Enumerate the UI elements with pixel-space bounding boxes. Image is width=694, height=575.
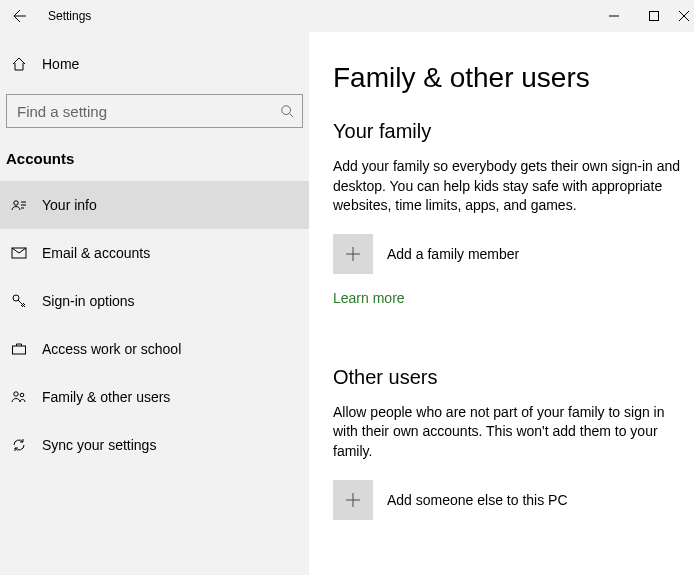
other-users-desc: Allow people who are not part of your fa… <box>333 403 683 462</box>
nav-label: Your info <box>42 197 97 213</box>
nav-email-accounts[interactable]: Email & accounts <box>0 229 309 277</box>
app-title: Settings <box>48 9 91 23</box>
nav-label: Sync your settings <box>42 437 156 453</box>
search-box[interactable] <box>6 94 303 128</box>
titlebar: Settings <box>0 0 694 32</box>
nav-label: Access work or school <box>42 341 181 357</box>
close-button[interactable] <box>674 0 694 32</box>
back-button[interactable] <box>0 0 40 32</box>
maximize-button[interactable] <box>634 0 674 32</box>
nav-label: Family & other users <box>42 389 170 405</box>
add-other-user-button[interactable]: Add someone else to this PC <box>333 480 684 520</box>
home-nav[interactable]: Home <box>0 40 309 88</box>
sidebar: Home Accounts Your info Email & ac <box>0 32 309 575</box>
other-users-heading: Other users <box>333 366 684 389</box>
nav-label: Sign-in options <box>42 293 135 309</box>
svg-point-1 <box>282 106 291 115</box>
key-icon <box>10 293 28 309</box>
close-icon <box>679 11 689 21</box>
svg-rect-5 <box>13 346 26 354</box>
briefcase-icon <box>10 341 28 357</box>
svg-rect-0 <box>650 12 659 21</box>
search-input[interactable] <box>17 103 280 120</box>
nav-label: Email & accounts <box>42 245 150 261</box>
plus-icon <box>333 234 373 274</box>
category-header: Accounts <box>0 138 309 181</box>
content-pane: Family & other users Your family Add you… <box>309 32 694 575</box>
maximize-icon <box>649 11 659 21</box>
plus-icon <box>333 480 373 520</box>
nav-signin-options[interactable]: Sign-in options <box>0 277 309 325</box>
page-title: Family & other users <box>333 62 684 94</box>
learn-more-link[interactable]: Learn more <box>333 290 405 306</box>
email-icon <box>10 245 28 261</box>
svg-point-7 <box>20 393 24 397</box>
your-family-heading: Your family <box>333 120 684 143</box>
sync-icon <box>10 437 28 453</box>
home-label: Home <box>42 56 79 72</box>
minimize-icon <box>609 11 619 21</box>
add-other-user-label: Add someone else to this PC <box>387 492 568 508</box>
minimize-button[interactable] <box>594 0 634 32</box>
back-arrow-icon <box>12 8 28 24</box>
nav-your-info[interactable]: Your info <box>0 181 309 229</box>
add-family-member-label: Add a family member <box>387 246 519 262</box>
people-icon <box>10 389 28 405</box>
nav-access-work-school[interactable]: Access work or school <box>0 325 309 373</box>
svg-point-2 <box>14 201 18 205</box>
nav-sync-settings[interactable]: Sync your settings <box>0 421 309 469</box>
add-family-member-button[interactable]: Add a family member <box>333 234 684 274</box>
your-family-desc: Add your family so everybody gets their … <box>333 157 683 216</box>
home-icon <box>10 56 28 72</box>
nav-family-other-users[interactable]: Family & other users <box>0 373 309 421</box>
person-card-icon <box>10 197 28 213</box>
svg-point-6 <box>14 392 18 396</box>
search-icon <box>280 104 294 118</box>
